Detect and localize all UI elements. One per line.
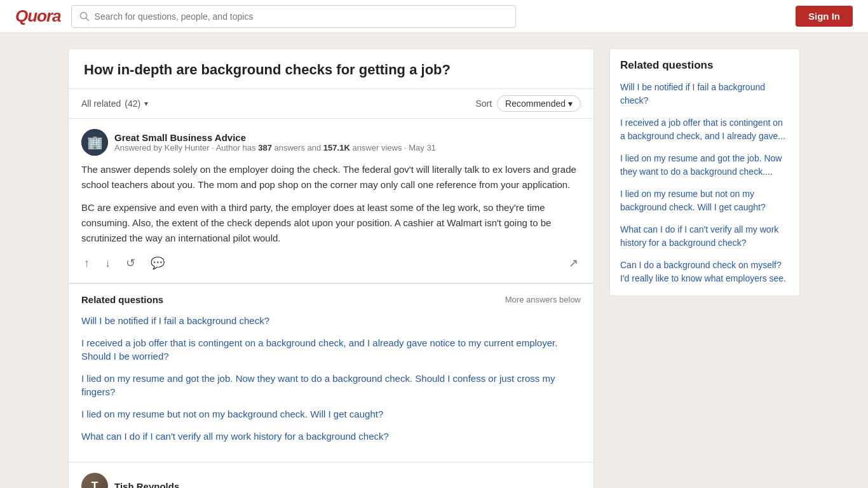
sidebar-link-3[interactable]: I lied on my resume and got the job. Now… xyxy=(620,152,789,179)
author-name: Great Small Business Advice xyxy=(114,132,436,143)
all-related-filter[interactable]: All related (42) ▾ xyxy=(81,98,148,109)
next-answer-author: T Tish Reynolds xyxy=(81,473,581,488)
related-inline-title: Related questions xyxy=(81,294,163,305)
share-icon: ↗ xyxy=(569,256,578,270)
related-questions-inline: Related questions More answers below Wil… xyxy=(68,284,594,463)
related-link-4[interactable]: I lied on my resume but not on my backgr… xyxy=(81,407,581,421)
answer-item: 🏢 Great Small Business Advice Answered b… xyxy=(69,119,593,283)
downvote-button[interactable]: ↓ xyxy=(102,254,113,273)
next-avatar: T xyxy=(81,473,108,488)
upvote-icon: ↑ xyxy=(84,257,90,270)
downvote-icon: ↓ xyxy=(105,257,111,270)
upvote-button[interactable]: ↑ xyxy=(81,254,92,273)
question-title: How in-depth are background checks for g… xyxy=(69,49,593,89)
related-link-1[interactable]: Will I be notified if I fail a backgroun… xyxy=(81,314,581,327)
related-link-2[interactable]: I received a job offer that is contingen… xyxy=(81,336,581,363)
signin-button[interactable]: Sign In xyxy=(796,6,853,27)
quora-logo: Quora xyxy=(15,6,61,26)
svg-line-1 xyxy=(86,18,88,20)
answer-text: The answer depends solely on the employe… xyxy=(81,162,581,246)
sidebar-card: Related questions Will I be notified if … xyxy=(609,48,800,296)
search-bar[interactable] xyxy=(71,5,516,28)
next-author-name: Tish Reynolds xyxy=(114,481,179,489)
related-link-5[interactable]: What can I do if I can't verify all my w… xyxy=(81,430,581,443)
question-card: How in-depth are background checks for g… xyxy=(68,48,594,284)
search-icon xyxy=(79,11,90,22)
sidebar-link-5[interactable]: What can I do if I can't verify all my w… xyxy=(620,223,789,250)
share-button[interactable]: ↗ xyxy=(566,254,581,273)
header: Quora Sign In xyxy=(0,0,868,33)
sidebar-link-6[interactable]: Can I do a background check on myself? I… xyxy=(620,259,789,285)
sort-option-label: Recommended xyxy=(505,98,566,109)
sidebar-link-2[interactable]: I received a job offer that is contingen… xyxy=(620,116,789,143)
sort-bar: All related (42) ▾ Sort Recommended ▾ xyxy=(69,89,593,119)
answer-author: 🏢 Great Small Business Advice Answered b… xyxy=(81,129,581,156)
sidebar-link-1[interactable]: Will I be notified if I fail a backgroun… xyxy=(620,81,789,107)
comment-button[interactable]: 💬 xyxy=(148,254,167,273)
share-circle-icon: ↺ xyxy=(126,256,135,270)
main-container: How in-depth are background checks for g… xyxy=(53,33,815,488)
share-action-button[interactable]: ↺ xyxy=(123,254,138,273)
author-info: Great Small Business Advice Answered by … xyxy=(114,132,436,152)
chevron-down-icon: ▾ xyxy=(144,99,148,108)
sort-recommended-button[interactable]: Recommended ▾ xyxy=(497,95,581,112)
all-related-label: All related xyxy=(81,98,121,109)
sidebar: Related questions Will I be notified if … xyxy=(609,48,800,488)
next-avatar-inner: T xyxy=(81,473,108,488)
related-inline-header: Related questions More answers below xyxy=(81,294,581,305)
sidebar-link-4[interactable]: I lied on my resume but not on my backgr… xyxy=(620,187,789,214)
answer-section: 🏢 Great Small Business Advice Answered b… xyxy=(69,119,593,283)
content-area: How in-depth are background checks for g… xyxy=(68,48,594,488)
action-bar: ↑ ↓ ↺ 💬 ↗ xyxy=(81,254,581,273)
all-related-count: (42) xyxy=(125,98,140,109)
search-input[interactable] xyxy=(95,11,508,22)
sort-control: Sort Recommended ▾ xyxy=(475,95,581,112)
chevron-down-icon: ▾ xyxy=(568,98,573,109)
avatar: 🏢 xyxy=(81,129,108,156)
sort-label: Sort xyxy=(475,98,492,109)
comment-icon: 💬 xyxy=(151,256,165,270)
sidebar-title: Related questions xyxy=(620,59,789,72)
author-meta: Answered by Kelly Hunter · Author has 38… xyxy=(114,143,436,152)
related-link-3[interactable]: I lied on my resume and got the job. Now… xyxy=(81,372,581,398)
next-answer-card: T Tish Reynolds xyxy=(68,463,594,488)
author-icon: 🏢 xyxy=(87,135,103,150)
more-answers-label: More answers below xyxy=(505,295,581,304)
